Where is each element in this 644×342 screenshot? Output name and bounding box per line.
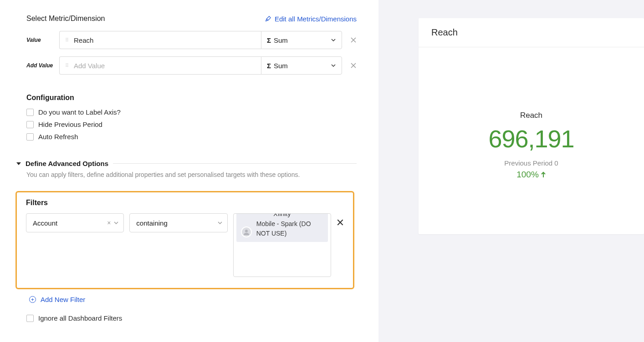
filters-highlight-box: Filters Account × containing Xfinity — [15, 191, 354, 289]
filter-row: Account × containing Xfinity — [26, 213, 344, 277]
value-input[interactable]: ⠿ Reach — [59, 31, 261, 49]
configuration-heading: Configuration — [26, 94, 357, 102]
value-aggregation-label: Sum — [274, 36, 288, 44]
add-filter-label: Add New Filter — [41, 296, 85, 303]
add-value-placeholder: Add Value — [74, 62, 105, 70]
preview-metric-name: Reach — [419, 111, 644, 120]
value-row-label: Value — [26, 37, 59, 43]
advanced-options-desc: You can apply filters, define additional… — [26, 171, 357, 178]
auto-refresh-checkbox[interactable] — [26, 133, 34, 141]
hide-previous-label: Hide Previous Period — [38, 121, 102, 128]
auto-refresh-label: Auto Refresh — [38, 133, 78, 141]
caret-down-icon — [16, 162, 21, 165]
sigma-icon: Σ — [267, 62, 271, 70]
edit-metrics-label: Edit all Metrics/Dimensions — [275, 15, 357, 23]
filter-token-truncated-text: Xfinity — [241, 213, 323, 217]
config-panel: Select Metric/Dimension Edit all Metrics… — [0, 0, 378, 342]
remove-add-value-button[interactable] — [350, 62, 357, 69]
value-input-text: Reach — [74, 36, 93, 44]
filter-token[interactable]: Xfinity Mobile - Spark (DO NOT USE) — [236, 213, 328, 242]
label-axis-label: Do you want to Label Axis? — [38, 108, 121, 116]
value-row: Value ⠿ Reach ΣSum — [26, 31, 357, 49]
hide-previous-checkbox[interactable] — [26, 121, 34, 128]
value-aggregation-select[interactable]: ΣSum — [261, 31, 342, 49]
label-axis-checkbox[interactable] — [26, 109, 34, 116]
filter-condition-value: containing — [136, 219, 167, 227]
remove-filter-button[interactable] — [337, 219, 344, 226]
chevron-down-icon — [331, 37, 336, 43]
filter-condition-select[interactable]: containing — [129, 213, 227, 232]
remove-value-button[interactable] — [350, 37, 357, 43]
chevron-down-icon — [331, 63, 336, 68]
advanced-options-toggle[interactable]: Define Advanced Options — [16, 160, 357, 167]
divider — [113, 163, 357, 164]
plus-circle-icon: + — [29, 296, 36, 303]
filter-token-text: Mobile - Spark (DO NOT USE) — [256, 219, 323, 238]
advanced-options-title: Define Advanced Options — [26, 160, 108, 167]
section-title: Select Metric/Dimension — [26, 15, 105, 23]
drag-handle-icon[interactable]: ⠿ — [65, 65, 69, 66]
drag-handle-icon[interactable]: ⠿ — [65, 39, 69, 41]
account-avatar-icon — [241, 226, 252, 237]
preview-percent-value: 100% — [516, 170, 539, 180]
chevron-down-icon — [217, 220, 223, 226]
edit-metrics-link[interactable]: Edit all Metrics/Dimensions — [265, 15, 357, 23]
preview-card: Reach Reach 696,191 Previous Period 0 10… — [419, 18, 644, 234]
add-filter-button[interactable]: + Add New Filter — [29, 296, 85, 303]
add-value-input[interactable]: ⠿ Add Value — [59, 56, 261, 75]
preview-percent-change: 100% — [516, 170, 546, 180]
filter-field-select[interactable]: Account × — [26, 213, 124, 232]
filters-heading: Filters — [26, 199, 344, 207]
svg-point-0 — [245, 230, 248, 232]
preview-previous-period: Previous Period 0 — [419, 159, 644, 167]
ignore-dashboard-filters-checkbox[interactable] — [26, 315, 34, 322]
preview-metric-value: 696,191 — [419, 125, 644, 153]
clear-field-icon[interactable]: × — [107, 219, 111, 226]
filter-value-input[interactable]: Xfinity Mobile - Spark (DO NOT USE) — [233, 213, 331, 277]
ignore-dashboard-filters-label: Ignore all Dashboard Filters — [38, 314, 122, 322]
sigma-icon: Σ — [267, 36, 271, 44]
filter-field-value: Account — [33, 219, 57, 227]
preview-panel: Reach Reach 696,191 Previous Period 0 10… — [378, 0, 644, 342]
add-value-row-label: Add Value — [26, 62, 59, 69]
preview-title: Reach — [419, 18, 644, 47]
chevron-down-icon — [113, 220, 119, 226]
add-value-aggregation-label: Sum — [274, 62, 288, 70]
arrow-up-icon — [541, 171, 546, 178]
add-value-aggregation-select[interactable]: ΣSum — [261, 56, 342, 75]
pencil-icon — [265, 16, 271, 22]
add-value-row: Add Value ⠿ Add Value ΣSum — [26, 56, 357, 75]
